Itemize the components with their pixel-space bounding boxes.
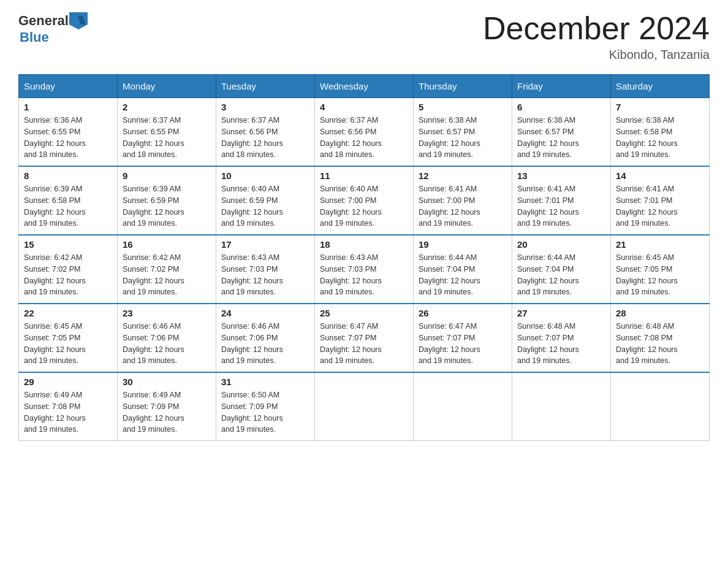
calendar-day-cell: 4Sunrise: 6:37 AMSunset: 6:56 PMDaylight… — [315, 98, 414, 167]
day-info: Sunrise: 6:44 AMSunset: 7:04 PMDaylight:… — [517, 252, 605, 298]
calendar-week-row: 29Sunrise: 6:49 AMSunset: 7:08 PMDayligh… — [19, 372, 710, 441]
day-info: Sunrise: 6:42 AMSunset: 7:02 PMDaylight:… — [123, 252, 211, 298]
day-info: Sunrise: 6:40 AMSunset: 7:00 PMDaylight:… — [320, 183, 408, 229]
calendar-day-cell: 16Sunrise: 6:42 AMSunset: 7:02 PMDayligh… — [118, 235, 216, 304]
day-info: Sunrise: 6:47 AMSunset: 7:07 PMDaylight:… — [320, 321, 408, 367]
day-number: 23 — [123, 308, 211, 318]
calendar-day-cell: 15Sunrise: 6:42 AMSunset: 7:02 PMDayligh… — [19, 235, 118, 304]
day-number: 20 — [517, 239, 605, 250]
day-info: Sunrise: 6:46 AMSunset: 7:06 PMDaylight:… — [123, 321, 211, 367]
day-number: 8 — [24, 170, 112, 181]
day-number: 5 — [419, 102, 507, 112]
day-number: 24 — [221, 308, 309, 318]
day-number: 12 — [419, 170, 507, 181]
calendar-day-cell: 11Sunrise: 6:40 AMSunset: 7:00 PMDayligh… — [315, 166, 414, 235]
calendar-day-cell — [315, 372, 414, 441]
day-info: Sunrise: 6:41 AMSunset: 7:00 PMDaylight:… — [419, 183, 507, 229]
day-info: Sunrise: 6:41 AMSunset: 7:01 PMDaylight:… — [517, 183, 605, 229]
day-number: 14 — [616, 170, 704, 181]
day-number: 2 — [123, 102, 211, 112]
day-info: Sunrise: 6:37 AMSunset: 6:56 PMDaylight:… — [221, 115, 309, 161]
calendar-day-cell: 3Sunrise: 6:37 AMSunset: 6:56 PMDaylight… — [216, 98, 315, 167]
calendar-day-cell: 7Sunrise: 6:38 AMSunset: 6:58 PMDaylight… — [611, 98, 710, 167]
day-number: 6 — [517, 102, 605, 112]
day-number: 7 — [616, 102, 704, 112]
calendar-day-cell: 9Sunrise: 6:39 AMSunset: 6:59 PMDaylight… — [118, 166, 216, 235]
day-info: Sunrise: 6:50 AMSunset: 7:09 PMDaylight:… — [221, 389, 309, 435]
day-number: 28 — [616, 308, 704, 318]
calendar-day-cell: 31Sunrise: 6:50 AMSunset: 7:09 PMDayligh… — [216, 372, 315, 441]
calendar-day-cell: 28Sunrise: 6:48 AMSunset: 7:08 PMDayligh… — [611, 304, 710, 372]
calendar-week-row: 8Sunrise: 6:39 AMSunset: 6:58 PMDaylight… — [19, 166, 710, 235]
calendar-day-cell: 12Sunrise: 6:41 AMSunset: 7:00 PMDayligh… — [414, 166, 512, 235]
calendar-day-cell: 27Sunrise: 6:48 AMSunset: 7:07 PMDayligh… — [512, 304, 611, 372]
weekday-header-monday: Monday — [118, 75, 216, 98]
calendar-day-cell: 14Sunrise: 6:41 AMSunset: 7:01 PMDayligh… — [611, 166, 710, 235]
month-year-title: December 2024 — [483, 12, 710, 44]
calendar-day-cell: 8Sunrise: 6:39 AMSunset: 6:58 PMDaylight… — [19, 166, 118, 235]
calendar-day-cell: 22Sunrise: 6:45 AMSunset: 7:05 PMDayligh… — [19, 304, 118, 372]
day-number: 27 — [517, 308, 605, 318]
day-info: Sunrise: 6:40 AMSunset: 6:59 PMDaylight:… — [221, 183, 309, 229]
day-info: Sunrise: 6:43 AMSunset: 7:03 PMDaylight:… — [221, 252, 309, 298]
day-number: 21 — [616, 239, 704, 250]
day-number: 13 — [517, 170, 605, 181]
calendar-day-cell: 6Sunrise: 6:38 AMSunset: 6:57 PMDaylight… — [512, 98, 611, 167]
day-info: Sunrise: 6:37 AMSunset: 6:56 PMDaylight:… — [320, 115, 408, 161]
day-number: 29 — [24, 377, 112, 387]
day-info: Sunrise: 6:44 AMSunset: 7:04 PMDaylight:… — [419, 252, 507, 298]
calendar-day-cell: 21Sunrise: 6:45 AMSunset: 7:05 PMDayligh… — [611, 235, 710, 304]
day-number: 18 — [320, 239, 408, 250]
day-info: Sunrise: 6:38 AMSunset: 6:57 PMDaylight:… — [517, 115, 605, 161]
day-number: 11 — [320, 170, 408, 181]
day-info: Sunrise: 6:49 AMSunset: 7:09 PMDaylight:… — [123, 389, 211, 435]
calendar-day-cell: 29Sunrise: 6:49 AMSunset: 7:08 PMDayligh… — [19, 372, 118, 441]
day-info: Sunrise: 6:48 AMSunset: 7:08 PMDaylight:… — [616, 321, 704, 367]
calendar-day-cell: 5Sunrise: 6:38 AMSunset: 6:57 PMDaylight… — [414, 98, 512, 167]
calendar-day-cell: 2Sunrise: 6:37 AMSunset: 6:55 PMDaylight… — [118, 98, 216, 167]
day-number: 22 — [24, 308, 112, 318]
day-number: 15 — [24, 239, 112, 250]
day-info: Sunrise: 6:49 AMSunset: 7:08 PMDaylight:… — [24, 389, 112, 435]
day-number: 31 — [221, 377, 309, 387]
calendar-day-cell: 23Sunrise: 6:46 AMSunset: 7:06 PMDayligh… — [118, 304, 216, 372]
day-info: Sunrise: 6:38 AMSunset: 6:57 PMDaylight:… — [419, 115, 507, 161]
logo-icon — [69, 12, 88, 29]
location-text: Kibondo, Tanzania — [483, 48, 710, 62]
calendar-day-cell: 18Sunrise: 6:43 AMSunset: 7:03 PMDayligh… — [315, 235, 414, 304]
calendar-week-row: 15Sunrise: 6:42 AMSunset: 7:02 PMDayligh… — [19, 235, 710, 304]
svg-marker-0 — [69, 12, 88, 29]
weekday-header-saturday: Saturday — [611, 75, 710, 98]
calendar-day-cell — [512, 372, 611, 441]
day-info: Sunrise: 6:36 AMSunset: 6:55 PMDaylight:… — [24, 115, 112, 161]
calendar-day-cell — [611, 372, 710, 441]
weekday-header-row: SundayMondayTuesdayWednesdayThursdayFrid… — [19, 75, 710, 98]
calendar-day-cell: 10Sunrise: 6:40 AMSunset: 6:59 PMDayligh… — [216, 166, 315, 235]
page-header: General Blue December 2024 Kibondo, Tanz… — [18, 12, 710, 62]
weekday-header-friday: Friday — [512, 75, 611, 98]
logo-general-text: General — [18, 13, 69, 29]
day-info: Sunrise: 6:47 AMSunset: 7:07 PMDaylight:… — [419, 321, 507, 367]
calendar-day-cell: 20Sunrise: 6:44 AMSunset: 7:04 PMDayligh… — [512, 235, 611, 304]
logo-blue-text: Blue — [20, 29, 49, 45]
day-info: Sunrise: 6:42 AMSunset: 7:02 PMDaylight:… — [24, 252, 112, 298]
calendar-day-cell: 30Sunrise: 6:49 AMSunset: 7:09 PMDayligh… — [118, 372, 216, 441]
day-info: Sunrise: 6:41 AMSunset: 7:01 PMDaylight:… — [616, 183, 704, 229]
weekday-header-thursday: Thursday — [414, 75, 512, 98]
weekday-header-tuesday: Tuesday — [216, 75, 315, 98]
title-block: December 2024 Kibondo, Tanzania — [483, 12, 710, 62]
day-number: 1 — [24, 102, 112, 112]
calendar-day-cell: 13Sunrise: 6:41 AMSunset: 7:01 PMDayligh… — [512, 166, 611, 235]
weekday-header-sunday: Sunday — [19, 75, 118, 98]
day-info: Sunrise: 6:39 AMSunset: 6:59 PMDaylight:… — [123, 183, 211, 229]
day-number: 30 — [123, 377, 211, 387]
day-info: Sunrise: 6:48 AMSunset: 7:07 PMDaylight:… — [517, 321, 605, 367]
calendar-day-cell: 1Sunrise: 6:36 AMSunset: 6:55 PMDaylight… — [19, 98, 118, 167]
day-info: Sunrise: 6:39 AMSunset: 6:58 PMDaylight:… — [24, 183, 112, 229]
calendar-day-cell: 17Sunrise: 6:43 AMSunset: 7:03 PMDayligh… — [216, 235, 315, 304]
day-info: Sunrise: 6:38 AMSunset: 6:58 PMDaylight:… — [616, 115, 704, 161]
day-number: 10 — [221, 170, 309, 181]
day-info: Sunrise: 6:45 AMSunset: 7:05 PMDaylight:… — [616, 252, 704, 298]
calendar-week-row: 22Sunrise: 6:45 AMSunset: 7:05 PMDayligh… — [19, 304, 710, 372]
day-number: 19 — [419, 239, 507, 250]
